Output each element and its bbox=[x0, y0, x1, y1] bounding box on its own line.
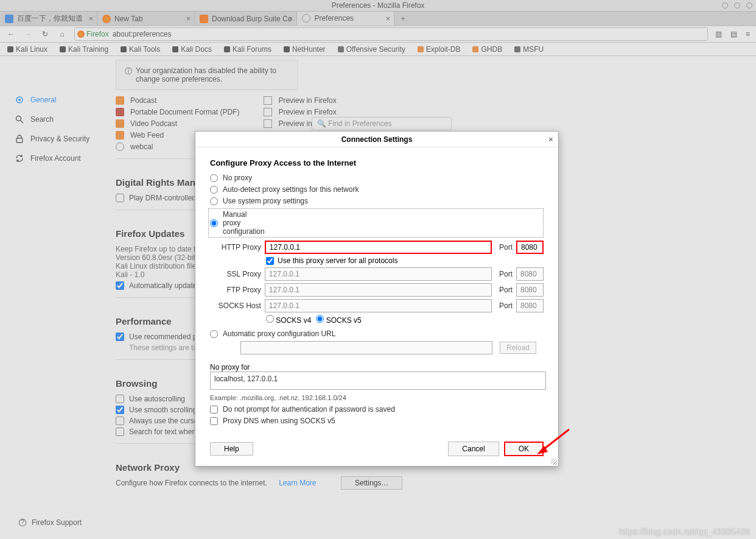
http-proxy-host-input[interactable] bbox=[265, 241, 492, 254]
http-proxy-label: HTTP Proxy bbox=[210, 243, 261, 252]
example-text: Example: .mozilla.org, .net.nz, 192.168.… bbox=[210, 394, 544, 401]
help-button[interactable]: Help bbox=[210, 442, 253, 456]
socks-host-input bbox=[265, 299, 492, 312]
http-proxy-port-input[interactable] bbox=[516, 241, 544, 254]
auto-url-row: Reload bbox=[210, 341, 544, 354]
no-prompt-checkbox[interactable] bbox=[210, 406, 218, 414]
port-label: Port bbox=[499, 243, 513, 252]
radio-system-proxy[interactable]: Use system proxy settings bbox=[210, 197, 544, 205]
radio-no-proxy[interactable]: No proxy bbox=[210, 174, 544, 182]
socks-v5-radio[interactable]: SOCKS v5 bbox=[316, 315, 361, 325]
cancel-button[interactable]: Cancel bbox=[448, 442, 499, 456]
ssl-proxy-port-input bbox=[516, 267, 544, 281]
resize-handle-icon[interactable] bbox=[551, 459, 557, 465]
dialog-footer: Help Cancel OK bbox=[195, 435, 558, 466]
no-proxy-for-label: No proxy for bbox=[210, 363, 544, 372]
socks-host-row: SOCKS Host Port bbox=[210, 299, 544, 312]
proxy-dns-checkbox[interactable] bbox=[210, 417, 218, 425]
ssl-proxy-row: SSL Proxy Port bbox=[210, 267, 544, 281]
socks-version-row: SOCKS v4 SOCKS v5 bbox=[266, 315, 544, 325]
dialog-titlebar: Connection Settings × bbox=[195, 132, 558, 147]
dialog-subtitle: Configure Proxy Access to the Internet bbox=[210, 158, 544, 167]
ssl-proxy-label: SSL Proxy bbox=[210, 270, 261, 278]
radio-auto-url[interactable]: Automatic proxy configuration URL bbox=[210, 329, 544, 338]
ftp-proxy-port-input bbox=[516, 283, 544, 297]
no-prompt-row[interactable]: Do not prompt for authentication if pass… bbox=[210, 405, 544, 414]
radio-auto-detect[interactable]: Auto-detect proxy settings for this netw… bbox=[210, 185, 544, 194]
dialog-body: Configure Proxy Access to the Internet N… bbox=[195, 147, 558, 435]
ftp-proxy-host-input bbox=[265, 283, 492, 297]
ftp-proxy-label: FTP Proxy bbox=[210, 286, 261, 294]
ok-button[interactable]: OK bbox=[504, 442, 544, 456]
http-proxy-row: HTTP Proxy Port bbox=[210, 241, 544, 254]
socks-host-label: SOCKS Host bbox=[210, 301, 261, 310]
connection-settings-dialog: Connection Settings × Configure Proxy Ac… bbox=[195, 131, 559, 467]
socks-port-input bbox=[516, 299, 544, 312]
proxy-dns-row[interactable]: Proxy DNS when using SOCKS v5 bbox=[210, 417, 544, 425]
radio-manual-proxy[interactable]: Manual proxy configuration bbox=[208, 208, 544, 238]
close-dialog-icon[interactable]: × bbox=[548, 135, 553, 144]
auto-config-url-input bbox=[240, 341, 492, 354]
manual-proxy-radio[interactable] bbox=[210, 219, 218, 227]
use-for-all-row[interactable]: Use this proxy server for all protocols bbox=[266, 256, 544, 265]
watermark-text: https://blog.csdn.net/qq_43395428 bbox=[619, 527, 750, 537]
no-proxy-for-input[interactable] bbox=[210, 372, 546, 390]
ssl-proxy-host-input bbox=[265, 267, 492, 281]
dialog-title: Connection Settings bbox=[341, 135, 413, 144]
reload-button: Reload bbox=[500, 342, 536, 354]
socks-v4-radio[interactable]: SOCKS v4 bbox=[266, 315, 311, 325]
use-for-all-checkbox[interactable] bbox=[266, 257, 274, 265]
ftp-proxy-row: FTP Proxy Port bbox=[210, 283, 544, 297]
